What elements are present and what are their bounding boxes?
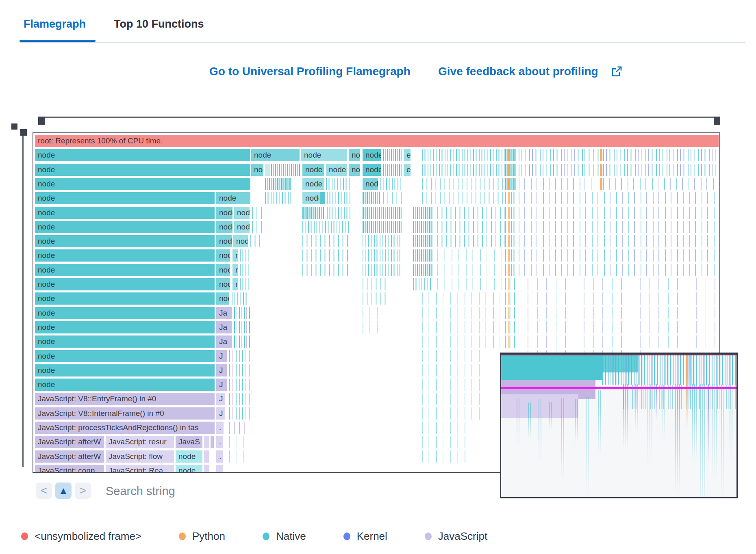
frame-strip[interactable] xyxy=(413,278,432,290)
frame-block[interactable]: J xyxy=(216,350,227,362)
frame-block[interactable]: node xyxy=(35,178,250,190)
frame-strip[interactable] xyxy=(603,149,719,161)
frame-strip[interactable] xyxy=(229,422,245,434)
frame-strip[interactable] xyxy=(437,207,505,219)
frame-strip[interactable] xyxy=(413,235,432,247)
frame-strip[interactable] xyxy=(519,264,719,276)
frame-block[interactable]: node xyxy=(176,465,202,473)
external-link-icon[interactable] xyxy=(611,66,622,77)
frame-strip[interactable] xyxy=(363,192,380,204)
frame-strip[interactable] xyxy=(229,436,245,448)
frame-block[interactable]: node xyxy=(326,164,347,176)
vertical-brush-ruler[interactable] xyxy=(22,136,24,467)
frame-strip[interactable] xyxy=(505,278,516,290)
frame-strip[interactable] xyxy=(422,436,471,448)
frame-block[interactable]: node xyxy=(35,292,215,305)
brush-corner-handle[interactable] xyxy=(11,123,17,130)
frame-block[interactable]: node xyxy=(35,350,215,362)
frame-block[interactable]: node xyxy=(234,221,250,233)
frame-strip[interactable] xyxy=(234,307,251,319)
frame-strip[interactable] xyxy=(234,321,251,333)
frame-strip[interactable] xyxy=(422,307,505,319)
frame-strip[interactable] xyxy=(505,335,516,348)
frame-strip[interactable] xyxy=(422,292,505,305)
frame-block[interactable]: node xyxy=(363,149,381,161)
frame-strip[interactable] xyxy=(302,235,350,247)
frame-block[interactable]: node xyxy=(216,249,230,262)
frame-strip[interactable] xyxy=(229,393,250,405)
frame-block[interactable]: node xyxy=(35,379,215,391)
frame-strip[interactable] xyxy=(204,450,209,463)
frame-block[interactable]: node xyxy=(349,149,360,161)
frame-strip[interactable] xyxy=(363,221,402,233)
frame-block[interactable]: . xyxy=(216,422,224,434)
frame-strip[interactable] xyxy=(422,379,483,391)
minimap-cursor-line[interactable] xyxy=(501,387,736,389)
frame-strip[interactable] xyxy=(422,393,483,405)
frame-block[interactable]: node xyxy=(302,178,324,190)
frame-strip[interactable] xyxy=(240,264,251,276)
frame-strip[interactable] xyxy=(363,292,387,305)
give-feedback-link[interactable]: Give feedback about profiling xyxy=(438,65,598,78)
frame-block[interactable]: . xyxy=(216,450,223,463)
frame-strip[interactable] xyxy=(302,221,350,233)
frame-block[interactable]: node xyxy=(35,264,215,276)
frame-strip[interactable] xyxy=(519,307,719,319)
frame-strip[interactable] xyxy=(413,264,432,276)
frame-strip[interactable] xyxy=(519,278,719,290)
frame-strip[interactable] xyxy=(265,164,270,176)
frame-strip[interactable] xyxy=(603,178,719,190)
frame-block[interactable]: Ja xyxy=(216,335,232,348)
frame-strip[interactable] xyxy=(584,178,599,190)
frame-block[interactable]: node xyxy=(234,207,250,219)
frame-block[interactable]: . xyxy=(216,436,223,448)
frame-strip[interactable] xyxy=(505,292,516,305)
frame-strip[interactable] xyxy=(505,207,516,219)
frame-strip[interactable] xyxy=(363,264,402,276)
frame-strip[interactable] xyxy=(363,278,387,290)
frame-block[interactable]: node xyxy=(251,149,300,161)
frame-strip[interactable] xyxy=(422,321,505,333)
frame-strip[interactable] xyxy=(229,450,245,463)
flamegraph-minimap[interactable] xyxy=(500,353,738,498)
frame-block[interactable]: node xyxy=(363,164,381,176)
search-input[interactable] xyxy=(105,483,334,500)
search-prev-button[interactable]: < xyxy=(36,483,52,499)
frame-strip[interactable] xyxy=(519,164,584,176)
frame-block[interactable]: node xyxy=(216,278,230,290)
frame-strip[interactable] xyxy=(437,249,505,262)
frame-block[interactable]: root: Represents 100% of CPU time. xyxy=(35,135,719,147)
frame-strip[interactable] xyxy=(600,149,602,161)
frame-strip[interactable] xyxy=(229,407,250,420)
frame-strip[interactable] xyxy=(519,192,719,204)
frame-strip[interactable] xyxy=(437,264,505,276)
frame-block[interactable]: node xyxy=(176,450,202,463)
frame-block[interactable]: node xyxy=(35,164,250,176)
frame-strip[interactable] xyxy=(519,292,719,305)
frame-block[interactable]: J xyxy=(216,393,225,405)
frame-strip[interactable] xyxy=(505,192,516,204)
frame-strip[interactable] xyxy=(505,307,516,319)
frame-strip[interactable] xyxy=(234,335,251,348)
frame-strip[interactable] xyxy=(603,164,719,176)
frame-block[interactable]: node xyxy=(35,307,215,319)
frame-block[interactable]: node xyxy=(232,278,238,290)
frame-strip[interactable] xyxy=(319,192,325,204)
frame-block[interactable]: J xyxy=(216,407,225,420)
frame-block[interactable]: node xyxy=(232,264,238,276)
frame-block[interactable]: node xyxy=(233,235,248,247)
brush-handle-left[interactable] xyxy=(38,117,45,125)
frame-block[interactable]: node xyxy=(232,249,238,262)
frame-strip[interactable] xyxy=(265,192,291,204)
frame-strip[interactable] xyxy=(519,207,719,219)
frame-block[interactable]: node xyxy=(35,278,215,290)
frame-strip[interactable] xyxy=(422,450,471,463)
frame-strip[interactable] xyxy=(519,321,719,333)
tab-flamegraph[interactable]: Flamegraph xyxy=(24,18,86,30)
frame-strip[interactable] xyxy=(302,207,325,219)
frame-block[interactable]: JavaS xyxy=(176,436,202,448)
frame-block[interactable]: node xyxy=(35,192,215,204)
frame-strip[interactable] xyxy=(302,249,350,262)
frame-strip[interactable] xyxy=(363,207,402,219)
frame-block[interactable]: JavaScript: V8::EntryFrame() in #0 xyxy=(35,393,215,405)
